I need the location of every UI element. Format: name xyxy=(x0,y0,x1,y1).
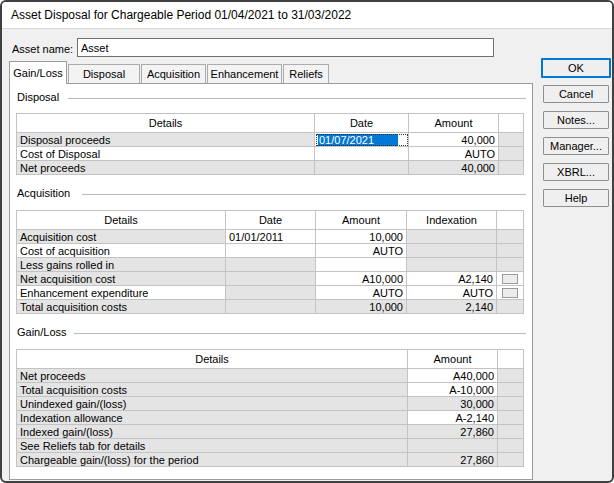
enhancement-date-cell xyxy=(226,286,316,300)
note-cell xyxy=(499,161,524,175)
acquisition-table: Details Date Amount Indexation Acquisiti… xyxy=(16,210,524,314)
disposal-table: Details Date Amount Disposal proceeds 01… xyxy=(16,113,524,175)
indexation-cell xyxy=(407,258,497,272)
note-cell xyxy=(498,383,524,397)
selected-date-value: 01/07/2021 xyxy=(318,134,398,146)
table-row: Indexed gain/(loss) 27,860 xyxy=(17,425,524,439)
table-row: Enhancement expenditure AUTO AUTO xyxy=(17,286,524,300)
row-label: Enhancement expenditure xyxy=(17,286,226,300)
tab-enhancement[interactable]: Enhancement xyxy=(207,64,282,84)
row-label: Disposal proceeds xyxy=(17,133,315,147)
table-row: Total acquisition costs 10,000 2,140 xyxy=(17,300,524,314)
disposal-col-date: Date xyxy=(315,114,409,133)
row-label: Net proceeds xyxy=(17,369,408,383)
total-acquisition-indexation-cell: 2,140 xyxy=(407,300,497,314)
asset-disposal-dialog: Asset Disposal for Chargeable Period 01/… xyxy=(0,0,614,483)
disposal-group-line xyxy=(68,98,526,99)
ok-button[interactable]: OK xyxy=(541,58,611,78)
notes-button[interactable]: Notes... xyxy=(543,111,609,129)
note-cell xyxy=(499,147,524,161)
enhancement-indexation-cell[interactable]: AUTO xyxy=(407,286,497,300)
override-cell xyxy=(497,286,524,300)
row-label: Unindexed gain/(loss) xyxy=(17,397,408,411)
row-label: Cost of Disposal xyxy=(17,147,315,161)
note-cell xyxy=(497,244,524,258)
asset-name-input[interactable] xyxy=(77,38,494,57)
table-row: Chargeable gain/(loss) for the period 27… xyxy=(17,453,524,467)
acquisition-group-caption: Acquisition xyxy=(17,187,74,199)
acquisition-group-line xyxy=(82,194,526,195)
override-button[interactable] xyxy=(502,274,518,284)
override-button[interactable] xyxy=(502,288,518,298)
cost-of-acquisition-date-cell[interactable] xyxy=(226,244,316,258)
net-proceeds-amount-cell[interactable]: A40,000 xyxy=(408,369,498,383)
disposal-col-amount: Amount xyxy=(409,114,499,133)
help-button[interactable]: Help xyxy=(543,189,609,207)
cancel-button[interactable]: Cancel xyxy=(543,85,609,103)
indexed-gain-amount-cell: 27,860 xyxy=(408,425,498,439)
net-acquisition-date-cell xyxy=(226,272,316,286)
cost-of-acquisition-amount-cell[interactable]: AUTO xyxy=(316,244,407,258)
gain-loss-tab-page: Disposal Details Date Amount Disposal pr… xyxy=(9,83,533,480)
total-acquisition-costs-amount-cell[interactable]: A-10,000 xyxy=(408,383,498,397)
note-cell xyxy=(498,369,524,383)
tab-disposal-costs[interactable]: Disposal costs xyxy=(68,64,140,84)
note-cell xyxy=(497,300,524,314)
asset-name-label: Asset name: xyxy=(12,43,73,55)
row-label: Total acquisition costs xyxy=(17,383,408,397)
acquisition-col-indexation: Indexation xyxy=(407,211,497,230)
acquisition-col-details: Details xyxy=(17,211,226,230)
enhancement-amount-cell[interactable]: AUTO xyxy=(316,286,407,300)
chargeable-gain-amount-cell: 27,860 xyxy=(408,453,498,467)
note-cell xyxy=(498,425,524,439)
row-label: Less gains rolled in xyxy=(17,258,226,272)
row-label: See Reliefs tab for details xyxy=(17,439,408,453)
disposal-group-caption: Disposal xyxy=(17,91,63,103)
row-label: Net proceeds xyxy=(17,161,315,175)
gainloss-col-details: Details xyxy=(17,350,408,369)
net-acquisition-indexation-cell[interactable]: A2,140 xyxy=(407,272,497,286)
table-row: Less gains rolled in xyxy=(17,258,524,272)
tab-acquisition[interactable]: Acquisition xyxy=(141,64,206,84)
cost-of-disposal-amount-cell[interactable]: AUTO xyxy=(409,147,499,161)
row-label: Net acquisition cost xyxy=(17,272,226,286)
net-acquisition-amount-cell[interactable]: A10,000 xyxy=(316,272,407,286)
gainloss-col-extra xyxy=(498,350,524,369)
cost-of-disposal-date-cell[interactable] xyxy=(315,147,409,161)
less-gains-amount-cell[interactable] xyxy=(316,258,407,272)
xbrl-button[interactable]: XBRL... xyxy=(543,163,609,181)
table-row: Cost of Disposal AUTO xyxy=(17,147,524,161)
table-row: See Reliefs tab for details xyxy=(17,439,524,453)
tab-reliefs[interactable]: Reliefs xyxy=(283,64,329,84)
row-label: Indexation allowance xyxy=(17,411,408,425)
table-row: Indexation allowance A-2,140 xyxy=(17,411,524,425)
note-cell xyxy=(498,397,524,411)
table-row: Net acquisition cost A10,000 A2,140 xyxy=(17,272,524,286)
disposal-header-row: Details Date Amount xyxy=(17,114,524,133)
indexation-allowance-amount-cell[interactable]: A-2,140 xyxy=(408,411,498,425)
net-proceeds-amount-cell: 40,000 xyxy=(409,161,499,175)
acquisition-col-extra xyxy=(497,211,524,230)
acquisition-col-amount: Amount xyxy=(316,211,407,230)
net-proceeds-date-cell xyxy=(315,161,409,175)
table-row: Cost of acquisition AUTO xyxy=(17,244,524,258)
disposal-proceeds-amount-cell[interactable]: 40,000 xyxy=(409,133,499,147)
tab-gain-loss[interactable]: Gain/Loss xyxy=(9,61,67,84)
override-cell xyxy=(497,272,524,286)
table-row: Net proceeds A40,000 xyxy=(17,369,524,383)
reliefs-amount-cell xyxy=(408,439,498,453)
row-label: Chargeable gain/(loss) for the period xyxy=(17,453,408,467)
acquisition-cost-date-cell[interactable]: 01/01/2011 xyxy=(226,230,316,244)
row-label: Total acquisition costs xyxy=(17,300,226,314)
note-cell xyxy=(498,439,524,453)
gainloss-header-row: Details Amount xyxy=(17,350,524,369)
note-cell xyxy=(497,230,524,244)
disposal-proceeds-date-cell[interactable]: 01/07/2021 xyxy=(315,133,409,147)
disposal-col-extra xyxy=(499,114,524,133)
disposal-col-details: Details xyxy=(17,114,315,133)
note-cell xyxy=(497,258,524,272)
table-row: Acquisition cost 01/01/2011 10,000 xyxy=(17,230,524,244)
acquisition-cost-amount-cell[interactable]: 10,000 xyxy=(316,230,407,244)
note-cell xyxy=(499,133,524,147)
manager-button[interactable]: Manager... xyxy=(543,137,609,155)
